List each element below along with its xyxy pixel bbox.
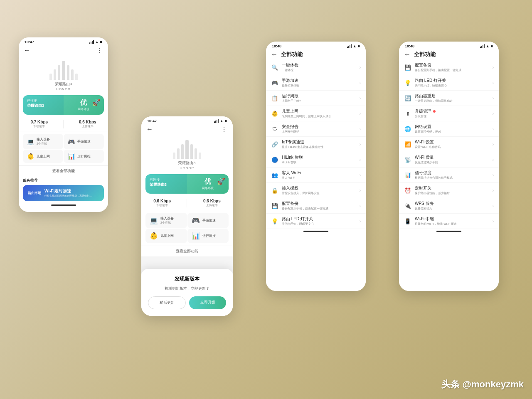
report-icon-2: 📊 <box>192 232 200 240</box>
battery-icon-3: ■ <box>358 44 360 48</box>
func-devices-1[interactable]: 💻 接入设备2个在线 <box>23 134 63 149</box>
service-desc-1: 轻松实现对你网络的合理规划，真正做到… <box>44 194 99 198</box>
shield-icon: 🛡 <box>271 126 278 132</box>
func-report-1[interactable]: 📊 运行周报 <box>64 150 104 163</box>
arrow-icon: › <box>360 173 361 177</box>
back-button-1[interactable]: ← <box>24 47 30 54</box>
arrow-icon: › <box>493 142 494 147</box>
status-icons-1: ▲ ■ <box>89 40 102 44</box>
arrow-icon: › <box>493 127 494 131</box>
led-icon: 💡 <box>271 218 278 224</box>
gaming-icon: 🎮 <box>68 138 75 145</box>
upload-speed-2: 0.6 Kbps 上传速率 <box>203 199 221 207</box>
page-title-3: 全部功能 <box>281 51 303 58</box>
download-speed-1: 0.7 Kbps 下载速率 <box>30 120 48 128</box>
func-gaming-1[interactable]: 🎮 手游加速 <box>64 134 104 149</box>
list-item[interactable]: 🔄 路由器重启一键重启路由，保持网络稳定 › <box>399 91 499 106</box>
nav-bar-3: ← 全部功能 <box>266 49 366 60</box>
arrow-icon: › <box>493 219 494 224</box>
dialog-title: 发现新版本 <box>148 276 226 283</box>
reboot-icon: 🔄 <box>404 95 411 101</box>
list-item[interactable]: 🔗 IoT专属通道提升 HiLink 生态设备连接稳定性 › <box>266 137 366 152</box>
timer-icon: ⏰ <box>404 187 411 194</box>
back-button-3[interactable]: ← <box>271 51 278 58</box>
service-left-1: 路由市场 <box>28 191 41 195</box>
arrow-icon: › <box>493 188 494 193</box>
signal-icon <box>89 40 94 44</box>
home-indicator-3 <box>303 231 328 232</box>
view-all-1[interactable]: 查看全部功能 <box>19 165 108 176</box>
network-icon: 🌐 <box>404 126 411 132</box>
router-name-1: 荣耀路由3 <box>55 81 72 87</box>
more-button-2[interactable]: ⋮ <box>221 126 228 133</box>
list-item[interactable]: 💾 配置备份备份配置到手机，路由配置一键完成 › <box>266 198 366 214</box>
list-item[interactable]: 👥 客人 Wi-Fi客人 Wi-Fi › <box>266 167 366 183</box>
devices-icon: 💻 <box>27 138 34 145</box>
list-item[interactable]: 📱 Wi-Fi 中继扩展您的 Wi-Fi，增强 Wi-Fi 覆盖 › <box>399 214 499 229</box>
list-item[interactable]: 🌐 网络设置设置宽带号码，IPv6 › <box>399 121 499 137</box>
arrow-icon: › <box>493 81 494 85</box>
func-child-2[interactable]: 👶 儿童上网 <box>145 229 187 243</box>
list-item[interactable]: 💾 配置备份备份配置到手机，路由配置一键完成 › <box>399 60 499 75</box>
list-item[interactable]: ⏰ 定时开关保护路由器性能，减少辐射 › <box>399 183 499 198</box>
list-item[interactable]: 👶 儿童上网限制儿童上网时间，健康上网快乐成长 › <box>266 106 366 121</box>
list-item[interactable]: 📶 Wi-Fi 设置设置 Wi-Fi 名称密码 › <box>399 137 499 152</box>
later-button[interactable]: 稍后更新 <box>148 296 186 309</box>
func-child-1[interactable]: 👶 儿童上网 <box>23 150 63 163</box>
upgrade-icon: ⬆ <box>404 111 411 117</box>
status-icons-3: ▲ ■ <box>347 44 360 48</box>
list-item[interactable]: 📋 运行周报上周您干了啥? › <box>266 91 366 106</box>
view-all-2[interactable]: 查看全部功能 <box>141 246 233 256</box>
arrow-icon: › <box>493 158 494 162</box>
list-item[interactable]: 💡 路由 LED 灯开关关闭指示灯，睡眠更安心 › <box>266 214 366 229</box>
status-left-1: 已连接 荣耀路由3 <box>23 95 64 115</box>
backup-icon-4: 💾 <box>404 64 411 71</box>
router-graphic-1 <box>49 59 78 80</box>
back-button-2[interactable]: ← <box>146 126 153 133</box>
func-report-2[interactable]: 📊 运行周报 <box>187 229 229 243</box>
back-button-4[interactable]: ← <box>404 51 411 58</box>
home-indicator-4 <box>436 231 461 232</box>
list-item[interactable]: ⬆ 升级管理 升级管理 › <box>399 106 499 121</box>
func-grid-2: 💻 接入设备2个在线 🎮 手游加速 👶 儿童上网 📊 运行周报 <box>145 213 229 243</box>
led-icon-4: 💡 <box>404 80 411 86</box>
list-item[interactable]: 🔍 一键体检一键体检 › <box>266 60 366 75</box>
guest-wifi-icon: 👥 <box>271 172 278 178</box>
backup-icon: 💾 <box>271 203 278 209</box>
arrow-icon: › <box>493 111 494 116</box>
child-icon: 👶 <box>27 153 34 160</box>
signal-strength-icon: 📊 <box>404 172 411 178</box>
arrow-icon: › <box>493 96 494 101</box>
child-icon-3: 👶 <box>271 111 278 117</box>
wifi-quality-icon: 📡 <box>404 157 411 163</box>
report-icon: 📊 <box>68 153 75 160</box>
func-gaming-2[interactable]: 🎮 手游加速 <box>187 213 229 228</box>
phone-screen-4: 10:48 ▲ ■ ← 全部功能 💾 配置备份备份配置到手机，路由配置一键完成 … <box>399 42 499 291</box>
status-bar-3: 10:48 ▲ ■ <box>266 42 366 49</box>
service-title-1: 服务推荐 <box>23 178 104 183</box>
router-name-2: 荣耀路由3 <box>178 160 195 166</box>
dialog-buttons: 稍后更新 立即升级 <box>148 296 226 309</box>
list-item[interactable]: 💡 路由 LED 灯开关关闭指示灯，睡眠更安心 › <box>399 75 499 91</box>
menu-list-4: 💾 配置备份备份配置到手机，路由配置一键完成 › 💡 路由 LED 灯开关关闭指… <box>399 60 499 229</box>
wifi-icon-4: ▲ <box>486 44 490 48</box>
dialog-desc: 检测到新版本，立即更新？ <box>148 286 226 291</box>
service-name-1: Wi-Fi定时加速 <box>44 188 99 194</box>
upgrade-button[interactable]: 立即升级 <box>189 296 226 309</box>
func-devices-2[interactable]: 💻 接入设备2个在线 <box>145 213 187 228</box>
list-item[interactable]: 🔵 HiLink 智联HiLink 智联 › <box>266 152 366 167</box>
signal-icon-4 <box>480 44 485 48</box>
router-graphic-2 <box>173 138 201 159</box>
list-item[interactable]: 🔒 接入授权管控设备接入，保护网络安全 › <box>266 183 366 198</box>
status-card-1: 已连接 荣耀路由3 优 网络环境 🚀 <box>23 95 104 115</box>
status-bar-4: 10:48 ▲ ■ <box>399 42 499 49</box>
service-banner-1[interactable]: 路由市场 Wi-Fi定时加速 轻松实现对你网络的合理规划，真正做到… <box>23 185 104 201</box>
list-item[interactable]: 🎮 手游加速提升游戏体验 › <box>266 75 366 91</box>
list-item[interactable]: 🛡 安全报告上网安全防护 › <box>266 121 366 137</box>
hilink-icon: 🔵 <box>271 157 278 163</box>
router-area-1: 荣耀路由3 HONOR <box>19 56 108 93</box>
list-item[interactable]: 📡 Wi-Fi 质量优化信道减少干扰 › <box>399 152 499 167</box>
list-item[interactable]: 🔌 WPS 服务设备免密接入 › <box>399 198 499 214</box>
more-button-1[interactable]: ⋮ <box>96 47 103 54</box>
list-item[interactable]: 📊 信号强度根据需求切换合适的信号模式 › <box>399 167 499 183</box>
